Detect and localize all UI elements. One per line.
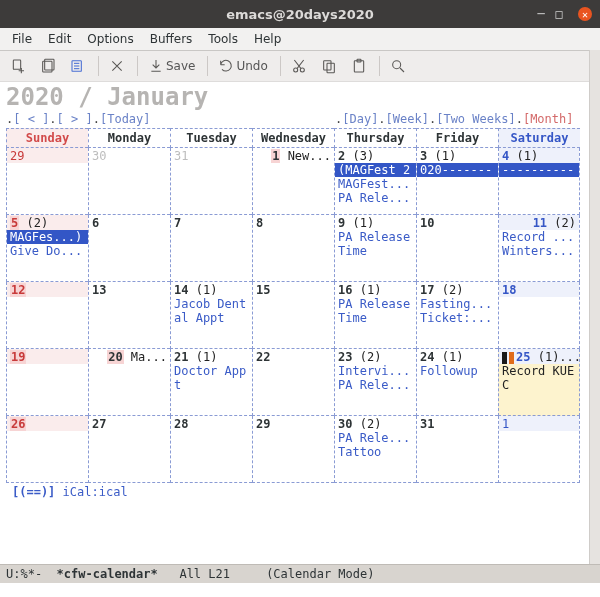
nav-twoweeks[interactable]: [Two Weeks] xyxy=(436,112,515,126)
event[interactable]: MAGFes...) xyxy=(7,230,88,244)
calendar-cell[interactable]: 30 (2)PA Rele...Tattoo xyxy=(334,416,416,483)
calendar-cell[interactable]: 6 xyxy=(88,215,170,282)
calendar-cell[interactable]: 29 xyxy=(252,416,334,483)
calendar-cell[interactable]: 31 xyxy=(170,148,252,215)
day-number: 6 xyxy=(89,215,170,230)
menu-edit[interactable]: Edit xyxy=(40,32,79,46)
nav-prev[interactable]: [ < ] xyxy=(13,112,49,126)
calendar-cell[interactable]: 13 xyxy=(88,282,170,349)
event[interactable]: C xyxy=(499,378,579,392)
calendar-cell[interactable]: 27 xyxy=(88,416,170,483)
close-icon[interactable]: ✕ xyxy=(578,7,592,21)
cut-icon[interactable] xyxy=(287,56,311,76)
day-number: 3 (1) xyxy=(417,148,498,163)
calendar-cell[interactable]: 1 xyxy=(498,416,580,483)
menu-file[interactable]: File xyxy=(4,32,40,46)
nav-day[interactable]: [Day] xyxy=(342,112,378,126)
event[interactable]: 020------- xyxy=(417,163,498,177)
scrollbar[interactable] xyxy=(589,50,600,565)
calendar-cell[interactable]: 16 (1)PA ReleaseTime xyxy=(334,282,416,349)
minimize-icon[interactable]: ─ xyxy=(532,7,550,21)
event[interactable]: PA Rele... xyxy=(335,191,416,205)
day-header: Wednesday xyxy=(252,128,334,148)
calendar-cell[interactable]: 25 (1)...Record KUEC xyxy=(498,349,580,416)
event[interactable]: Jacob Dent xyxy=(171,297,252,311)
menu-options[interactable]: Options xyxy=(79,32,141,46)
calendar-cell[interactable]: 29 xyxy=(6,148,88,215)
day-number: 5 (2) xyxy=(7,215,88,230)
event[interactable]: PA Release xyxy=(335,297,416,311)
new-file-icon[interactable] xyxy=(6,56,30,76)
calendar-cell[interactable]: 24 (1)Followup xyxy=(416,349,498,416)
calendar-cell[interactable]: 10 xyxy=(416,215,498,282)
calendar-cell[interactable]: 23 (2)Intervi...PA Rele... xyxy=(334,349,416,416)
calendar-cell[interactable]: 18 xyxy=(498,282,580,349)
event[interactable]: Record KUE xyxy=(499,364,579,378)
day-number: 4 (1) xyxy=(499,148,579,163)
calendar-cell[interactable]: 5 (2)MAGFes...)Give Do... xyxy=(6,215,88,282)
calendar-cell[interactable]: 15 xyxy=(252,282,334,349)
event[interactable]: MAGFest... xyxy=(335,177,416,191)
minibuffer[interactable] xyxy=(0,583,600,597)
calendar-cell[interactable]: 22 xyxy=(252,349,334,416)
event[interactable]: Tattoo xyxy=(335,445,416,459)
event[interactable]: Ticket:... xyxy=(417,311,498,325)
calendar-cell[interactable]: 1 New... xyxy=(252,148,334,215)
day-number: 13 xyxy=(89,282,170,297)
kill-buffer-icon[interactable] xyxy=(105,56,129,76)
paste-icon[interactable] xyxy=(347,56,371,76)
event[interactable]: PA Release xyxy=(335,230,416,244)
calendar-cell[interactable]: 21 (1)Doctor Appt xyxy=(170,349,252,416)
calendar-heading: 2020 / January xyxy=(6,84,594,110)
event[interactable]: ---------- xyxy=(499,163,579,177)
event[interactable]: Doctor App xyxy=(171,364,252,378)
calendar-cell[interactable]: 8 xyxy=(252,215,334,282)
event[interactable]: Record ... xyxy=(499,230,579,244)
nav-today[interactable]: [Today] xyxy=(100,112,151,126)
menu-buffers[interactable]: Buffers xyxy=(142,32,201,46)
menu-help[interactable]: Help xyxy=(246,32,289,46)
event[interactable]: PA Rele... xyxy=(335,431,416,445)
event[interactable]: al Appt xyxy=(171,311,252,325)
nav-week[interactable]: [Week] xyxy=(386,112,429,126)
day-number: 18 xyxy=(499,282,579,297)
day-number: 27 xyxy=(89,416,170,431)
calendar-cell[interactable]: 26 xyxy=(6,416,88,483)
window-titlebar: emacs@20days2020 ─ □ ✕ xyxy=(0,0,600,28)
calendar-cell[interactable]: 30 xyxy=(88,148,170,215)
event[interactable]: (MAGFest 2 xyxy=(335,163,416,177)
event[interactable]: Intervi... xyxy=(335,364,416,378)
event[interactable]: Time xyxy=(335,311,416,325)
calendar-cell[interactable]: 4 (1)---------- xyxy=(498,148,580,215)
calendar-cell[interactable]: 7 xyxy=(170,215,252,282)
day-number: 17 (2) xyxy=(417,282,498,297)
menu-tools[interactable]: Tools xyxy=(200,32,246,46)
nav-next[interactable]: [ > ] xyxy=(57,112,93,126)
event[interactable]: Followup xyxy=(417,364,498,378)
copy-icon[interactable] xyxy=(317,56,341,76)
calendar-cell[interactable]: 14 (1)Jacob Dental Appt xyxy=(170,282,252,349)
calendar-cell[interactable]: 12 xyxy=(6,282,88,349)
event[interactable]: Give Do... xyxy=(7,244,88,258)
event[interactable]: t xyxy=(171,378,252,392)
dired-icon[interactable] xyxy=(66,56,90,76)
undo-button[interactable]: Undo xyxy=(214,56,271,76)
calendar-cell[interactable]: 20 Ma... xyxy=(88,349,170,416)
calendar-cell[interactable]: 2 (3)(MAGFest 2MAGFest...PA Rele... xyxy=(334,148,416,215)
save-button[interactable]: Save xyxy=(144,56,199,76)
event[interactable]: Winters... xyxy=(499,244,579,258)
calendar-cell[interactable]: 11 (2)Record ...Winters... xyxy=(498,215,580,282)
calendar-cell[interactable]: 9 (1)PA ReleaseTime xyxy=(334,215,416,282)
event[interactable]: PA Rele... xyxy=(335,378,416,392)
calendar-cell[interactable]: 3 (1)020------- xyxy=(416,148,498,215)
event[interactable]: Fasting... xyxy=(417,297,498,311)
event[interactable]: Time xyxy=(335,244,416,258)
calendar-cell[interactable]: 19 xyxy=(6,349,88,416)
calendar-cell[interactable]: 17 (2)Fasting...Ticket:... xyxy=(416,282,498,349)
search-icon[interactable] xyxy=(386,56,410,76)
calendar-cell[interactable]: 28 xyxy=(170,416,252,483)
calendar-cell[interactable]: 31 xyxy=(416,416,498,483)
nav-month[interactable]: [Month] xyxy=(523,112,574,126)
maximize-icon[interactable]: □ xyxy=(550,7,568,21)
open-file-icon[interactable] xyxy=(36,56,60,76)
